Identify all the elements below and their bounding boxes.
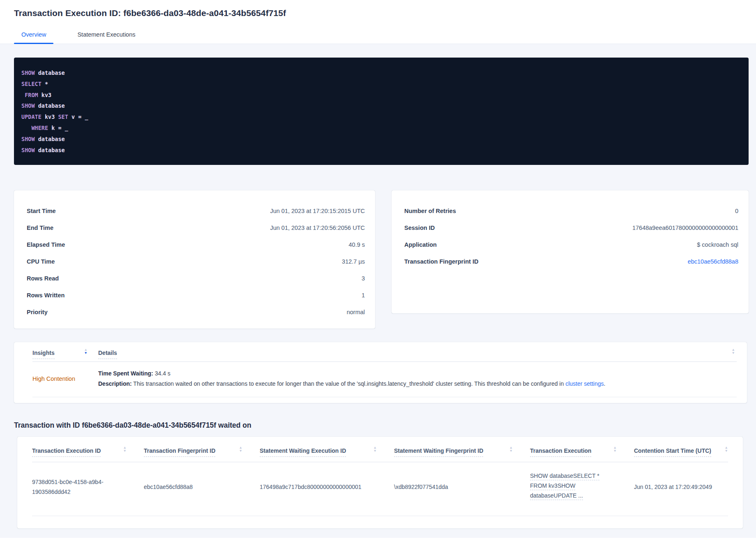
column-header: Transaction Execution ▲▼ <box>530 447 634 457</box>
tab-overview[interactable]: Overview <box>14 28 53 44</box>
column-header-label[interactable]: Statement Waiting Fingerprint ID <box>394 447 483 457</box>
row-label: Number of Retries <box>404 208 456 214</box>
summary-row: Application $ cockroach sql <box>404 236 738 253</box>
row-label: Elapsed Time <box>27 241 65 248</box>
column-header: Contention Start Time (UTC) ▲▼ <box>634 447 728 457</box>
sort-down-icon: ▼ <box>373 449 377 453</box>
column-header-label[interactable]: Transaction Execution <box>530 447 591 457</box>
column-header-label[interactable]: Transaction Fingerprint ID <box>144 447 215 457</box>
sort-down-icon: ▼ <box>509 449 513 453</box>
transaction-sql-code: SHOW database SELECT * FROM kv3 SHOW dat… <box>14 58 749 165</box>
column-header-label[interactable]: Transaction Execution ID <box>32 447 101 457</box>
row-value: 40.9 s <box>349 241 365 248</box>
waited-on-table-header: Transaction Execution ID ▲▼ Transaction … <box>32 447 728 462</box>
column-header: Transaction Fingerprint ID ▲▼ <box>144 447 260 457</box>
sort-down-icon: ▼ <box>725 449 728 453</box>
row-value: 1 <box>362 292 365 299</box>
sort-icon[interactable]: ▲▼ <box>84 348 88 358</box>
stmt-waiting-fingerprint-id-cell: \xdb8922f077541dda <box>394 482 530 492</box>
insights-header-label[interactable]: Insights <box>32 350 55 359</box>
sort-icon[interactable]: ▲▼ <box>732 348 735 354</box>
sort-down-icon: ▼ <box>239 449 242 453</box>
row-label: Start Time <box>27 208 56 214</box>
page-title: Transaction Execution ID: f6be6366-da03-… <box>0 0 756 18</box>
row-label: Transaction Fingerprint ID <box>404 258 478 265</box>
sort-down-icon: ▼ <box>84 352 88 355</box>
insights-table-card: Insights ▲▼ Details ▲▼ High Contention T… <box>14 342 747 403</box>
row-value: Jun 01, 2023 at 17:20:56:2056 UTC <box>270 225 365 231</box>
summary-row: End Time Jun 01, 2023 at 17:20:56:2056 U… <box>27 219 365 236</box>
sort-icon[interactable]: ▲▼ <box>509 446 513 452</box>
waited-on-heading: Transaction with ID f6be6366-da03-48de-a… <box>14 421 756 430</box>
txn-execution-id-cell: 9738d051-bc0e-4158-a9b4-1903586ddd42 <box>32 477 144 497</box>
row-value: Jun 01, 2023 at 17:20:15:2015 UTC <box>270 208 365 214</box>
details-header-label[interactable]: Details <box>98 350 117 359</box>
insight-details: Time Spent Waiting: 34.4 s Description: … <box>98 370 737 387</box>
insight-description: Description: This transaction waited on … <box>98 380 737 387</box>
sort-down-icon: ▼ <box>732 352 735 355</box>
table-row: 9738d051-bc0e-4158-a9b4-1903586ddd42 ebc… <box>32 462 728 516</box>
summary-row: Elapsed Time 40.9 s <box>27 236 365 253</box>
sort-icon[interactable]: ▲▼ <box>239 446 242 452</box>
insight-type-badge: High Contention <box>32 375 98 382</box>
column-header: Transaction Execution ID ▲▼ <box>32 447 144 457</box>
row-label: Session ID <box>404 225 435 231</box>
summary-row: Transaction Fingerprint ID ebc10ae56cfd8… <box>404 253 738 270</box>
sql-code: SHOW database SELECT * FROM kv3 SHOW dat… <box>21 69 88 153</box>
sort-icon[interactable]: ▲▼ <box>373 446 377 452</box>
insights-table-header: Insights ▲▼ Details ▲▼ <box>32 350 737 359</box>
row-value: 17648a9eea6017800000000000000001 <box>632 225 738 231</box>
transaction-execution-link[interactable]: SHOW databaseSELECT * FROM kv3SHOW datab… <box>530 472 634 502</box>
sort-icon[interactable]: ▲▼ <box>123 446 127 452</box>
row-label: CPU Time <box>27 258 55 265</box>
details-column-header: Details <box>98 350 117 359</box>
waited-on-table-card: Transaction Execution ID ▲▼ Transaction … <box>17 437 743 528</box>
row-value: 0 <box>735 208 738 214</box>
tab-bar: Overview Statement Executions <box>0 28 756 44</box>
summary-row: Rows Read 3 <box>27 270 365 287</box>
summary-row: Number of Retries 0 <box>404 202 738 219</box>
row-value: 312.7 µs <box>342 258 365 265</box>
stmt-waiting-execution-id-cell: 176498a9c717bdc80000000000000001 <box>260 482 394 492</box>
column-header: Statement Waiting Fingerprint ID ▲▼ <box>394 447 530 457</box>
summary-row: Priority normal <box>27 303 365 320</box>
row-label: End Time <box>27 225 53 231</box>
execution-summary-card: Start Time Jun 01, 2023 at 17:20:15:2015… <box>14 190 375 329</box>
summary-row: CPU Time 312.7 µs <box>27 253 365 270</box>
sort-down-icon: ▼ <box>613 449 617 453</box>
time-spent-waiting: Time Spent Waiting: 34.4 s <box>98 370 737 377</box>
insights-column-header: Insights ▲▼ <box>32 350 98 359</box>
sort-icon[interactable]: ▲▼ <box>613 446 617 452</box>
summary-row: Start Time Jun 01, 2023 at 17:20:15:2015… <box>27 202 365 219</box>
summary-row: Rows Written 1 <box>27 287 365 303</box>
row-label: Rows Written <box>27 292 65 299</box>
row-label: Rows Read <box>27 275 59 282</box>
tab-statement-executions[interactable]: Statement Executions <box>70 28 143 44</box>
main-content: SHOW database SELECT * FROM kv3 SHOW dat… <box>0 44 756 538</box>
sort-down-icon: ▼ <box>123 449 127 453</box>
column-header: Statement Waiting Execution ID ▲▼ <box>260 447 394 457</box>
summary-row: Session ID 17648a9eea6017800000000000000… <box>404 219 738 236</box>
session-summary-card: Number of Retries 0 Session ID 17648a9ee… <box>392 190 749 313</box>
sort-icon[interactable]: ▲▼ <box>725 446 728 452</box>
row-label: Application <box>404 241 437 248</box>
column-header-label[interactable]: Contention Start Time (UTC) <box>634 447 711 457</box>
summary-cards: Start Time Jun 01, 2023 at 17:20:15:2015… <box>14 190 756 329</box>
transaction-fingerprint-link[interactable]: ebc10ae56cfd88a8 <box>688 258 738 265</box>
row-value: $ cockroach sql <box>697 241 738 248</box>
column-header-label[interactable]: Statement Waiting Execution ID <box>260 447 346 457</box>
row-value: normal <box>347 309 365 315</box>
row-label: Priority <box>27 309 48 315</box>
contention-start-time-cell: Jun 01, 2023 at 17:20:49:2049 <box>634 482 728 492</box>
txn-fingerprint-id-cell: ebc10ae56cfd88a8 <box>144 482 260 492</box>
page-header: Transaction Execution ID: f6be6366-da03-… <box>0 0 756 44</box>
cluster-settings-link[interactable]: cluster settings <box>565 380 604 387</box>
insight-row: High Contention Time Spent Waiting: 34.4… <box>32 362 737 397</box>
row-value: 3 <box>362 275 365 282</box>
